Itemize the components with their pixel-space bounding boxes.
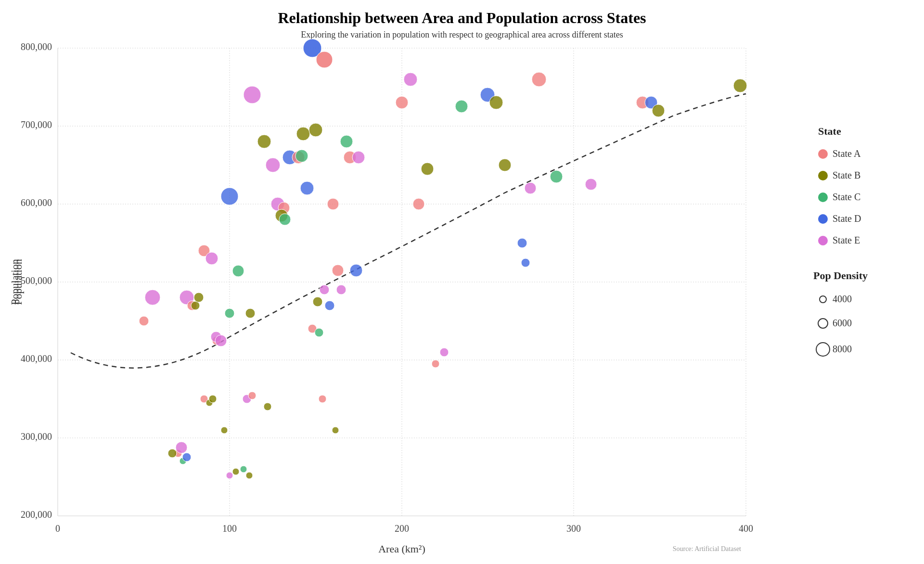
y-axis-title: Population [12,259,24,305]
data-point [232,468,239,475]
legend-density-4000-label: 4000 [833,294,852,304]
data-point [194,293,204,302]
x-tick-label: 100 [222,523,237,534]
data-point [205,252,218,265]
x-axis-label: Area (km²) [378,543,425,555]
trend-line [71,94,746,368]
data-point [340,135,353,148]
data-point [489,96,503,109]
data-point [215,335,227,346]
data-point [209,395,217,403]
data-point [182,453,191,461]
legend-density-6000-icon [818,319,828,328]
scatter-plot: Relationship between Area and Population… [0,0,924,564]
chart-subtitle: Exploring the variation in population wi… [301,30,623,39]
x-tick-label: 0 [55,523,60,534]
y-tick-label: 500,000 [21,275,52,286]
data-point [316,51,333,68]
data-point [296,127,310,141]
data-point [455,100,468,113]
data-point [521,258,530,267]
y-tick-label: 700,000 [21,119,52,130]
data-point [350,264,362,277]
data-point [245,308,255,318]
data-point [525,182,536,194]
data-point [320,285,329,295]
data-point [336,285,346,295]
y-tick-label: 200,000 [21,509,52,520]
legend-density-8000-icon [816,343,830,356]
x-tick-label: 200 [395,523,409,534]
legend-state-title: State [818,125,841,137]
legend-state-c-label: State C [833,192,860,202]
legend-state-e-icon [818,236,828,245]
data-point [733,79,747,92]
data-point [440,348,449,357]
data-point [139,316,149,326]
data-point [246,472,253,479]
legend-state-b-label: State B [833,170,860,180]
data-point [550,170,563,183]
data-point [652,104,665,117]
data-point [279,214,291,225]
chart-title: Relationship between Area and Population… [278,9,646,26]
x-tick-label: 400 [739,523,753,534]
data-point [168,449,177,458]
legend-density-title: Pop Density [813,269,868,282]
data-point [266,158,280,172]
data-point [499,159,511,171]
data-point [264,403,271,410]
data-point [257,135,271,148]
data-point [532,72,546,87]
legend-state-c-icon [818,192,828,202]
data-point [432,360,439,368]
data-point [145,290,160,305]
svg-rect-0 [58,24,804,505]
legend-density-4000-icon [820,296,826,303]
legend-state-b-icon [818,171,828,180]
data-point [309,123,322,137]
data-point [396,96,408,109]
y-tick-label: 400,000 [21,353,52,364]
legend-density-6000-label: 6000 [833,318,852,328]
data-point [232,265,244,277]
y-tick-label: 600,000 [21,197,52,208]
source-label: Source: Artificial Dataset [673,545,741,552]
y-tick-label: 800,000 [21,41,52,52]
data-point [327,198,339,210]
data-point [300,181,314,195]
data-point [325,301,334,310]
data-point [352,151,365,164]
data-point [404,73,417,86]
data-point [240,466,247,473]
data-points [139,39,747,518]
data-point [225,308,234,318]
data-point [517,238,527,248]
data-point [315,328,323,337]
data-point [248,392,256,399]
data-point [413,198,424,210]
data-point [221,188,238,205]
data-point [421,163,434,175]
y-tick-label: 300,000 [21,431,52,442]
data-point [230,512,236,518]
legend-state-d-label: State D [833,213,861,224]
data-point [244,86,261,103]
legend-state-a-icon [818,149,828,159]
data-point [585,179,597,190]
legend-density-8000-label: 8000 [833,344,852,354]
data-point [226,472,233,479]
data-point [221,427,228,434]
legend-state-d-icon [818,214,828,224]
chart-container: Relationship between Area and Population… [0,0,924,564]
x-tick-label: 300 [566,523,581,534]
data-point [332,265,344,276]
data-point [295,150,308,162]
data-point [176,442,187,453]
data-point [319,395,326,403]
legend-state-a-label: State A [833,148,861,159]
data-point [332,427,339,434]
data-point [191,301,200,310]
legend-state-e-label: State E [833,235,860,245]
data-point [313,297,322,307]
